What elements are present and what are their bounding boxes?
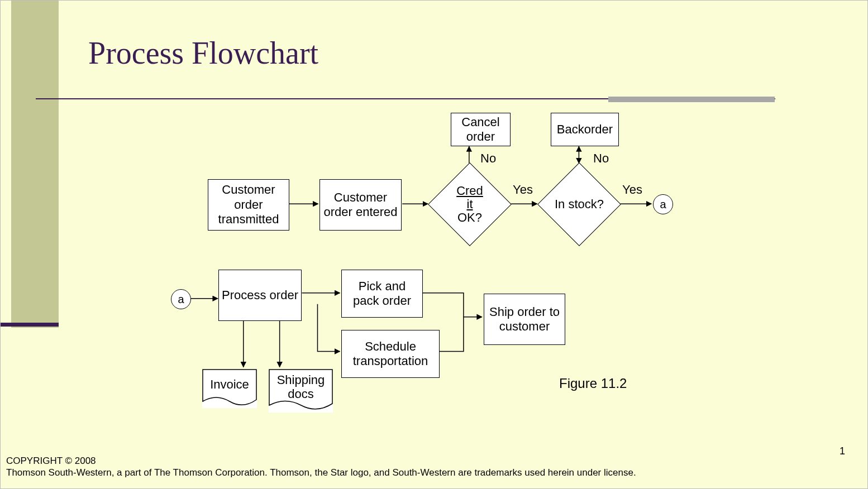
label-stock-no: No (593, 151, 609, 166)
node-label: Backorder (557, 122, 613, 137)
node-pick-pack: Pick and pack order (341, 270, 423, 318)
page-number: 1 (840, 445, 845, 457)
node-label: Process order (222, 288, 298, 303)
node-process-order: Process order (218, 270, 302, 321)
connector-a-right: a (653, 194, 673, 214)
node-label: Invoice (210, 377, 249, 391)
node-label: Ship order to customer (487, 305, 562, 334)
label-credit-yes: Yes (513, 183, 533, 197)
node-credit-ok: Cred it OK? (428, 162, 512, 246)
node-shipping-docs: Shipping docs (269, 369, 333, 413)
node-in-stock: In stock? (537, 162, 621, 246)
slide: Process Flowchart (0, 0, 868, 489)
figure-label: Figure 11.2 (559, 376, 627, 391)
node-label: Pick and pack order (344, 279, 420, 309)
label-stock-yes: Yes (622, 183, 642, 197)
node-label: Cred it OK? (456, 184, 483, 225)
connector-label: a (660, 198, 666, 211)
connector-a-left: a (171, 289, 191, 309)
node-label: Customer order entered (322, 190, 399, 220)
footer-line-1: COPYRIGHT © 2008 (6, 455, 636, 467)
node-label: Customer order transmitted (211, 183, 287, 227)
label-credit-no: No (480, 151, 496, 166)
flowchart: Customer order transmitted Customer orde… (1, 1, 867, 488)
node-cancel-order: Cancel order (451, 113, 511, 146)
node-customer-order-entered: Customer order entered (319, 179, 402, 231)
copyright-footer: COPYRIGHT © 2008 Thomson South-Western, … (6, 455, 636, 479)
footer-line-2: Thomson South-Western, a part of The Tho… (6, 467, 636, 478)
node-label: Cancel order (454, 115, 508, 145)
node-label: Schedule transportation (344, 339, 437, 369)
node-backorder: Backorder (551, 113, 619, 146)
node-schedule-transportation: Schedule transportation (341, 330, 440, 378)
node-ship-order: Ship order to customer (484, 294, 565, 345)
node-invoice-doc: Invoice (202, 369, 257, 408)
node-label: In stock? (555, 198, 604, 211)
node-customer-order-transmitted: Customer order transmitted (208, 179, 289, 231)
connector-label: a (178, 293, 184, 306)
node-label: Shipping docs (273, 373, 328, 401)
